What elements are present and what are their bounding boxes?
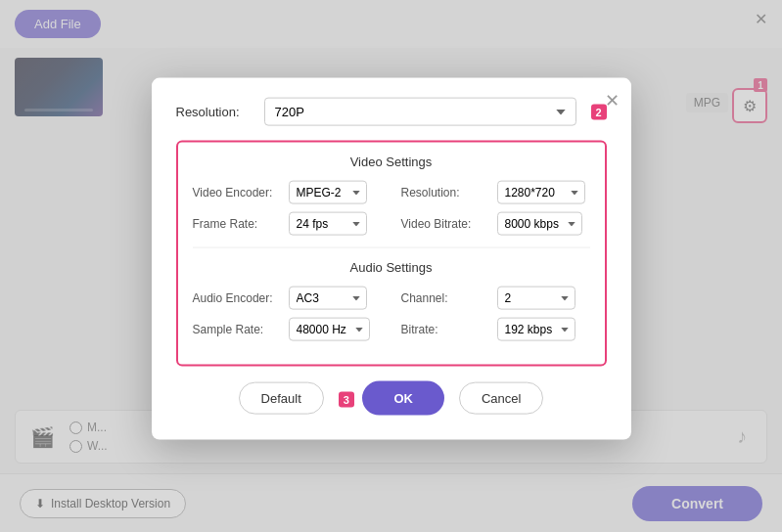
audio-settings-title: Audio Settings (193, 260, 590, 275)
video-bitrate-label: Video Bitrate: (401, 217, 489, 231)
frame-rate-select[interactable]: 24 fps 30 fps (289, 212, 367, 236)
channel-label: Channel: (401, 291, 489, 305)
modal-footer: Default 3 OK Cancel (176, 381, 607, 416)
resolution-select[interactable]: 720P 1080P 480P (264, 98, 576, 126)
video-bitrate-row: Video Bitrate: 8000 kbps 4000 kbps (401, 212, 590, 236)
audio-encoder-label: Audio Encoder: (193, 291, 281, 305)
app-background: Add File ✕ MPG 1 ⚙ 🎬 M... W... ♪ ⬇ Insta… (0, 0, 782, 532)
sample-rate-select[interactable]: 48000 Hz 44100 Hz (289, 318, 370, 341)
frame-rate-label: Frame Rate: (193, 217, 281, 231)
ok-button[interactable]: OK (362, 381, 444, 416)
video-resolution-label: Resolution: (401, 186, 489, 200)
video-encoder-select[interactable]: MPEG-2 H.264 (289, 181, 367, 204)
video-encoder-label: Video Encoder: (193, 186, 281, 200)
default-button[interactable]: Default (239, 382, 324, 415)
modal-close-button[interactable]: ✕ (605, 90, 620, 111)
audio-encoder-select[interactable]: AC3 AAC (289, 287, 367, 310)
ok-wrapper: 3 OK (339, 381, 444, 416)
audio-settings-grid: Audio Encoder: AC3 AAC Channel: 2 1 6 (193, 287, 590, 341)
step3-badge: 3 (339, 391, 354, 407)
channel-row: Channel: 2 1 6 (401, 287, 590, 310)
channel-select[interactable]: 2 1 6 (497, 287, 575, 310)
sample-rate-label: Sample Rate: (193, 323, 281, 336)
video-resolution-row: Resolution: 1280*720 1920*1080 (401, 181, 590, 204)
sample-rate-row: Sample Rate: 48000 Hz 44100 Hz (193, 318, 382, 341)
video-resolution-select[interactable]: 1280*720 1920*1080 (497, 181, 585, 204)
settings-divider (193, 247, 590, 248)
video-settings-title: Video Settings (193, 155, 590, 169)
audio-bitrate-select[interactable]: 192 kbps 128 kbps (497, 318, 575, 341)
audio-bitrate-label: Bitrate: (401, 323, 489, 336)
settings-box: Video Settings Video Encoder: MPEG-2 H.2… (176, 141, 607, 367)
settings-modal: ✕ Resolution: 720P 1080P 480P 2 Video Se… (152, 78, 631, 440)
frame-rate-row: Frame Rate: 24 fps 30 fps (193, 212, 382, 236)
video-encoder-row: Video Encoder: MPEG-2 H.264 (193, 181, 382, 204)
cancel-button[interactable]: Cancel (459, 382, 543, 415)
resolution-row: Resolution: 720P 1080P 480P 2 (176, 98, 607, 126)
audio-encoder-row: Audio Encoder: AC3 AAC (193, 287, 382, 310)
video-settings-grid: Video Encoder: MPEG-2 H.264 Resolution: … (193, 181, 590, 236)
audio-bitrate-row: Bitrate: 192 kbps 128 kbps (401, 318, 590, 341)
resolution-label: Resolution: (176, 105, 254, 119)
video-bitrate-select[interactable]: 8000 kbps 4000 kbps (497, 212, 582, 236)
